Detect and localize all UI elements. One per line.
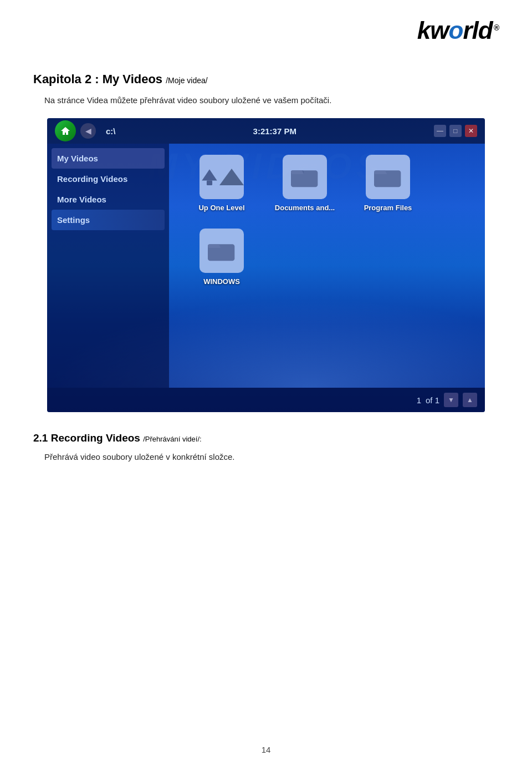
page-current: 1 (417, 395, 421, 405)
sidebar-item-recordingvideos[interactable]: Recording Videos (47, 169, 169, 189)
folder-item-windows[interactable]: WINDOWS (186, 229, 258, 286)
bottom-bar: 1 of 1 ▼ ▲ (47, 388, 485, 412)
page-number: 14 (262, 745, 271, 754)
folder-label-programfiles: Program Files (364, 204, 412, 212)
main-content: Up One Level Documents and... (169, 144, 485, 388)
chapter-description: Na stránce Videa můžete přehrávat video … (44, 95, 499, 105)
home-button[interactable] (55, 120, 76, 141)
page-container: kworld® Kapitola 2 : My Videos /Moje vid… (0, 0, 532, 771)
page-up-button[interactable]: ▲ (463, 393, 477, 407)
page-of-label: of 1 (426, 395, 439, 405)
folder-item-documents[interactable]: Documents and... (269, 155, 341, 212)
close-button[interactable]: ✕ (465, 125, 477, 137)
window-controls: — □ ✕ (434, 125, 477, 137)
folder-icon-programfiles (366, 155, 410, 199)
sidebar-item-myvideos[interactable]: My Videos (52, 148, 165, 169)
sidebar-item-morevideos[interactable]: More Videos (47, 189, 169, 210)
maximize-button[interactable]: □ (449, 125, 462, 137)
sidebar-item-settings[interactable]: Settings (52, 210, 165, 230)
minimize-button[interactable]: — (434, 125, 446, 137)
folder-icon-documents (283, 155, 327, 199)
logo-area: kworld® (417, 17, 499, 44)
topbar: ◀ c:\ 3:21:37 PM — □ ✕ (47, 118, 485, 144)
svg-rect-2 (207, 180, 212, 185)
back-button[interactable]: ◀ (80, 123, 96, 139)
folder-label-windows: WINDOWS (203, 277, 240, 286)
folder-label-uplevel: Up One Level (198, 204, 244, 212)
sidebar: My Videos Recording Videos More Videos S… (47, 144, 169, 388)
section-description: Přehrává video soubory uložené v konkrét… (44, 452, 499, 461)
folder-icon-windows (200, 229, 244, 273)
clock-display: 3:21:37 PM (253, 126, 296, 136)
folder-label-documents: Documents and... (275, 204, 335, 212)
folder-item-programfiles[interactable]: Program Files (352, 155, 424, 212)
page-down-button[interactable]: ▼ (444, 393, 458, 407)
section-title: 2.1 Recording Videos /Přehrávání videí/: (33, 432, 499, 444)
folder-item-uplevel[interactable]: Up One Level (186, 155, 258, 212)
logo: kworld® (417, 17, 499, 44)
chapter-title: Kapitola 2 : My Videos /Moje videa/ (33, 72, 499, 87)
section-2-1: 2.1 Recording Videos /Přehrávání videí/:… (33, 432, 499, 461)
topbar-left: ◀ c:\ (55, 120, 116, 141)
app-screenshot: MY VIDEOS ◀ c:\ 3:21:37 PM — □ ✕ (47, 118, 485, 412)
up-level-icon (200, 155, 244, 199)
path-display: c:\ (106, 126, 116, 136)
